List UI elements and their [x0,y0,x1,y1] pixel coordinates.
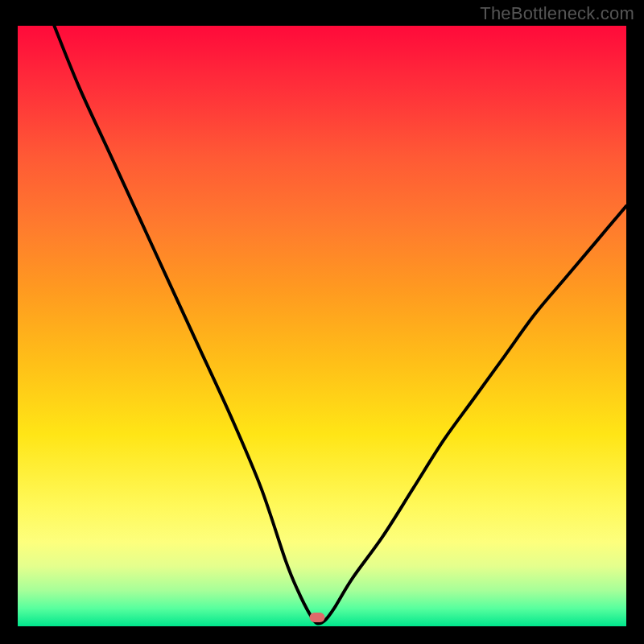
optimal-point-marker [309,613,324,622]
bottleneck-curve-svg [18,26,626,626]
chart-frame: TheBottleneck.com [0,0,644,644]
plot-area [18,26,626,626]
watermark-text: TheBottleneck.com [480,3,634,24]
bottleneck-curve-path [54,26,626,624]
